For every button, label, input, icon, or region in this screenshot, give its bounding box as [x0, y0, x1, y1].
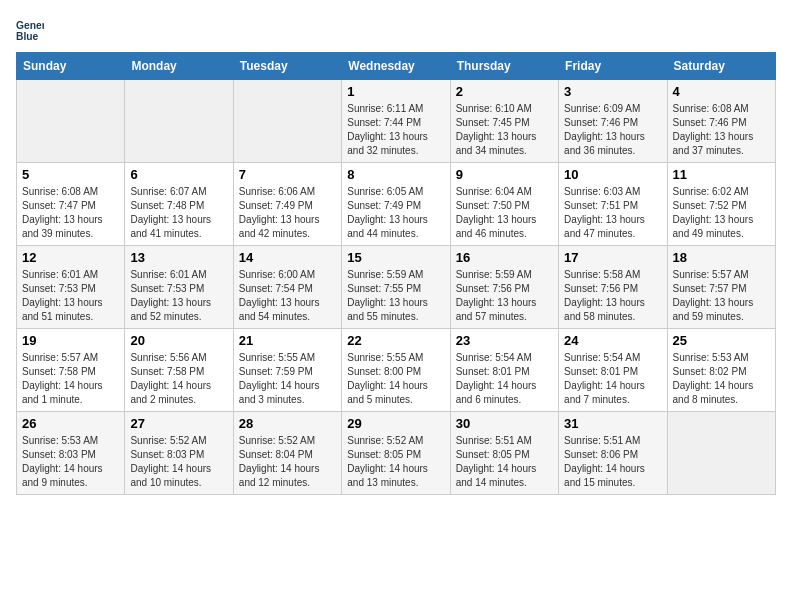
day-info: Sunrise: 5:55 AM Sunset: 7:59 PM Dayligh…: [239, 351, 336, 407]
week-row-1: 1Sunrise: 6:11 AM Sunset: 7:44 PM Daylig…: [17, 80, 776, 163]
calendar-cell: [125, 80, 233, 163]
calendar-table: SundayMondayTuesdayWednesdayThursdayFrid…: [16, 52, 776, 495]
day-info: Sunrise: 6:09 AM Sunset: 7:46 PM Dayligh…: [564, 102, 661, 158]
calendar-cell: 4Sunrise: 6:08 AM Sunset: 7:46 PM Daylig…: [667, 80, 775, 163]
day-info: Sunrise: 6:08 AM Sunset: 7:47 PM Dayligh…: [22, 185, 119, 241]
day-info: Sunrise: 6:05 AM Sunset: 7:49 PM Dayligh…: [347, 185, 444, 241]
day-info: Sunrise: 5:53 AM Sunset: 8:03 PM Dayligh…: [22, 434, 119, 490]
logo: General Blue: [16, 16, 48, 44]
calendar-cell: 14Sunrise: 6:00 AM Sunset: 7:54 PM Dayli…: [233, 246, 341, 329]
day-info: Sunrise: 5:59 AM Sunset: 7:55 PM Dayligh…: [347, 268, 444, 324]
weekday-monday: Monday: [125, 53, 233, 80]
day-info: Sunrise: 5:54 AM Sunset: 8:01 PM Dayligh…: [456, 351, 553, 407]
day-number: 6: [130, 167, 227, 182]
day-info: Sunrise: 5:52 AM Sunset: 8:04 PM Dayligh…: [239, 434, 336, 490]
calendar-cell: 20Sunrise: 5:56 AM Sunset: 7:58 PM Dayli…: [125, 329, 233, 412]
day-info: Sunrise: 6:07 AM Sunset: 7:48 PM Dayligh…: [130, 185, 227, 241]
calendar-cell: 16Sunrise: 5:59 AM Sunset: 7:56 PM Dayli…: [450, 246, 558, 329]
page-header: General Blue: [16, 16, 776, 44]
day-info: Sunrise: 6:03 AM Sunset: 7:51 PM Dayligh…: [564, 185, 661, 241]
calendar-cell: 7Sunrise: 6:06 AM Sunset: 7:49 PM Daylig…: [233, 163, 341, 246]
day-number: 7: [239, 167, 336, 182]
calendar-cell: 26Sunrise: 5:53 AM Sunset: 8:03 PM Dayli…: [17, 412, 125, 495]
calendar-cell: [667, 412, 775, 495]
calendar-cell: 31Sunrise: 5:51 AM Sunset: 8:06 PM Dayli…: [559, 412, 667, 495]
weekday-header-row: SundayMondayTuesdayWednesdayThursdayFrid…: [17, 53, 776, 80]
day-info: Sunrise: 6:10 AM Sunset: 7:45 PM Dayligh…: [456, 102, 553, 158]
calendar-cell: 22Sunrise: 5:55 AM Sunset: 8:00 PM Dayli…: [342, 329, 450, 412]
calendar-cell: 5Sunrise: 6:08 AM Sunset: 7:47 PM Daylig…: [17, 163, 125, 246]
week-row-3: 12Sunrise: 6:01 AM Sunset: 7:53 PM Dayli…: [17, 246, 776, 329]
day-number: 20: [130, 333, 227, 348]
day-info: Sunrise: 6:06 AM Sunset: 7:49 PM Dayligh…: [239, 185, 336, 241]
day-number: 12: [22, 250, 119, 265]
day-number: 3: [564, 84, 661, 99]
calendar-cell: 11Sunrise: 6:02 AM Sunset: 7:52 PM Dayli…: [667, 163, 775, 246]
weekday-wednesday: Wednesday: [342, 53, 450, 80]
day-number: 24: [564, 333, 661, 348]
weekday-tuesday: Tuesday: [233, 53, 341, 80]
day-number: 17: [564, 250, 661, 265]
day-number: 31: [564, 416, 661, 431]
day-number: 14: [239, 250, 336, 265]
calendar-cell: 18Sunrise: 5:57 AM Sunset: 7:57 PM Dayli…: [667, 246, 775, 329]
logo-icon: General Blue: [16, 16, 44, 44]
day-number: 29: [347, 416, 444, 431]
day-number: 9: [456, 167, 553, 182]
calendar-cell: [233, 80, 341, 163]
calendar-cell: [17, 80, 125, 163]
day-number: 26: [22, 416, 119, 431]
day-info: Sunrise: 5:53 AM Sunset: 8:02 PM Dayligh…: [673, 351, 770, 407]
calendar-cell: 9Sunrise: 6:04 AM Sunset: 7:50 PM Daylig…: [450, 163, 558, 246]
day-number: 21: [239, 333, 336, 348]
day-info: Sunrise: 5:51 AM Sunset: 8:05 PM Dayligh…: [456, 434, 553, 490]
day-number: 5: [22, 167, 119, 182]
calendar-cell: 29Sunrise: 5:52 AM Sunset: 8:05 PM Dayli…: [342, 412, 450, 495]
day-number: 2: [456, 84, 553, 99]
day-info: Sunrise: 6:01 AM Sunset: 7:53 PM Dayligh…: [22, 268, 119, 324]
calendar-cell: 17Sunrise: 5:58 AM Sunset: 7:56 PM Dayli…: [559, 246, 667, 329]
day-number: 1: [347, 84, 444, 99]
svg-text:Blue: Blue: [16, 31, 39, 42]
calendar-cell: 3Sunrise: 6:09 AM Sunset: 7:46 PM Daylig…: [559, 80, 667, 163]
weekday-friday: Friday: [559, 53, 667, 80]
calendar-cell: 25Sunrise: 5:53 AM Sunset: 8:02 PM Dayli…: [667, 329, 775, 412]
day-info: Sunrise: 6:02 AM Sunset: 7:52 PM Dayligh…: [673, 185, 770, 241]
day-number: 30: [456, 416, 553, 431]
day-number: 27: [130, 416, 227, 431]
weekday-sunday: Sunday: [17, 53, 125, 80]
week-row-4: 19Sunrise: 5:57 AM Sunset: 7:58 PM Dayli…: [17, 329, 776, 412]
calendar-cell: 2Sunrise: 6:10 AM Sunset: 7:45 PM Daylig…: [450, 80, 558, 163]
day-number: 25: [673, 333, 770, 348]
calendar-cell: 12Sunrise: 6:01 AM Sunset: 7:53 PM Dayli…: [17, 246, 125, 329]
day-info: Sunrise: 5:59 AM Sunset: 7:56 PM Dayligh…: [456, 268, 553, 324]
day-number: 19: [22, 333, 119, 348]
calendar-cell: 8Sunrise: 6:05 AM Sunset: 7:49 PM Daylig…: [342, 163, 450, 246]
calendar-header: SundayMondayTuesdayWednesdayThursdayFrid…: [17, 53, 776, 80]
weekday-saturday: Saturday: [667, 53, 775, 80]
calendar-cell: 23Sunrise: 5:54 AM Sunset: 8:01 PM Dayli…: [450, 329, 558, 412]
day-info: Sunrise: 5:58 AM Sunset: 7:56 PM Dayligh…: [564, 268, 661, 324]
calendar-body: 1Sunrise: 6:11 AM Sunset: 7:44 PM Daylig…: [17, 80, 776, 495]
weekday-thursday: Thursday: [450, 53, 558, 80]
week-row-5: 26Sunrise: 5:53 AM Sunset: 8:03 PM Dayli…: [17, 412, 776, 495]
calendar-cell: 19Sunrise: 5:57 AM Sunset: 7:58 PM Dayli…: [17, 329, 125, 412]
day-info: Sunrise: 6:11 AM Sunset: 7:44 PM Dayligh…: [347, 102, 444, 158]
day-number: 16: [456, 250, 553, 265]
day-number: 13: [130, 250, 227, 265]
calendar-cell: 15Sunrise: 5:59 AM Sunset: 7:55 PM Dayli…: [342, 246, 450, 329]
day-info: Sunrise: 5:57 AM Sunset: 7:58 PM Dayligh…: [22, 351, 119, 407]
day-number: 28: [239, 416, 336, 431]
day-number: 22: [347, 333, 444, 348]
day-number: 4: [673, 84, 770, 99]
week-row-2: 5Sunrise: 6:08 AM Sunset: 7:47 PM Daylig…: [17, 163, 776, 246]
day-info: Sunrise: 5:56 AM Sunset: 7:58 PM Dayligh…: [130, 351, 227, 407]
calendar-cell: 1Sunrise: 6:11 AM Sunset: 7:44 PM Daylig…: [342, 80, 450, 163]
calendar-cell: 21Sunrise: 5:55 AM Sunset: 7:59 PM Dayli…: [233, 329, 341, 412]
day-number: 11: [673, 167, 770, 182]
day-info: Sunrise: 6:00 AM Sunset: 7:54 PM Dayligh…: [239, 268, 336, 324]
day-info: Sunrise: 6:01 AM Sunset: 7:53 PM Dayligh…: [130, 268, 227, 324]
calendar-cell: 6Sunrise: 6:07 AM Sunset: 7:48 PM Daylig…: [125, 163, 233, 246]
day-info: Sunrise: 6:04 AM Sunset: 7:50 PM Dayligh…: [456, 185, 553, 241]
calendar-cell: 13Sunrise: 6:01 AM Sunset: 7:53 PM Dayli…: [125, 246, 233, 329]
